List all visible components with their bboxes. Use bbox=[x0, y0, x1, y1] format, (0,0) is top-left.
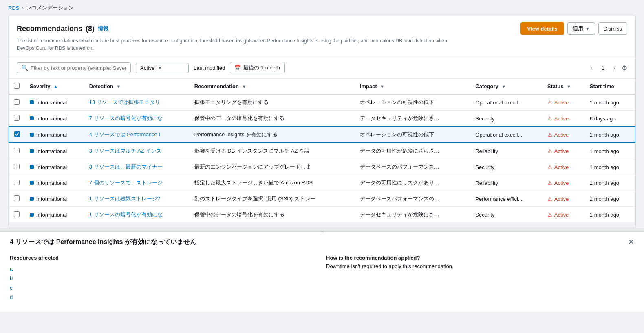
severity-label: Severity bbox=[30, 83, 51, 89]
start-time-text: 6 days ago bbox=[590, 115, 616, 122]
dismiss-button[interactable]: Dismiss bbox=[598, 22, 628, 35]
status-cell: ⚠ Active bbox=[543, 143, 585, 159]
severity-color-badge bbox=[30, 116, 34, 120]
status-text: Active bbox=[554, 100, 569, 106]
how-applied-label: How is the recommendation applied? bbox=[326, 255, 634, 261]
status-dropdown[interactable]: Active ▼ bbox=[136, 63, 189, 73]
detection-link[interactable]: 7 リソースの暗号化が有効にな bbox=[89, 115, 171, 122]
row-checkbox-cell bbox=[9, 175, 25, 191]
row-checkbox-6[interactable] bbox=[14, 195, 20, 201]
category-cell: Reliability bbox=[470, 175, 542, 191]
resource-link[interactable]: c bbox=[10, 285, 13, 291]
table-row: Informational 8 リソースは、最新のマイナー 最新のエンジンバージ… bbox=[9, 159, 635, 175]
scrollbar-inner bbox=[9, 223, 579, 228]
detection-header: Detection ▼ bbox=[84, 79, 190, 94]
impact-text: データセキュリティが危険にさらされ bbox=[360, 115, 441, 122]
status-cell: ⚠ Active bbox=[543, 94, 585, 111]
row-checkbox-1[interactable] bbox=[14, 115, 20, 121]
detection-link[interactable]: 7 個のリソースで、ストレージ bbox=[89, 179, 171, 186]
bottom-panel-title-text: 4 リソースでは Performance Insights が有効になっていませ… bbox=[10, 238, 196, 246]
panel-info-link[interactable]: 情報 bbox=[98, 25, 108, 32]
detection-link[interactable]: 4 リソースでは Performance I bbox=[89, 131, 171, 138]
detection-link[interactable]: 1 リソースの暗号化が有効にな bbox=[89, 211, 171, 218]
status-badge: ⚠ Active bbox=[547, 212, 580, 218]
category-cell: Security bbox=[470, 207, 542, 223]
row-checkbox-cell bbox=[9, 111, 25, 127]
breadcrumb-rds-link[interactable]: RDS bbox=[8, 5, 19, 11]
impact-text: データベースのパフォーマンスが低下 bbox=[360, 163, 441, 171]
status-badge: ⚠ Active bbox=[547, 180, 580, 186]
last-modified-label: Last modified bbox=[194, 65, 225, 71]
recommendation-text: 拡張モニタリングを有効にする bbox=[194, 99, 269, 105]
table-settings-button[interactable]: ⚙ bbox=[622, 64, 627, 72]
detection-link[interactable]: 3 リソースはマルチ AZ インス bbox=[89, 147, 171, 155]
start-time-cell: 1 month ago bbox=[585, 143, 635, 159]
select-all-checkbox[interactable] bbox=[14, 83, 20, 89]
severity-cell: Informational bbox=[25, 175, 84, 191]
start-time-text: 1 month ago bbox=[590, 148, 619, 154]
row-checkbox-2[interactable] bbox=[14, 131, 20, 137]
status-label: Status bbox=[547, 83, 564, 89]
page-number: 1 bbox=[599, 65, 607, 71]
impact-cell: データベースのパフォーマンスが低下 bbox=[355, 159, 471, 175]
table-row: Informational 13 リソースでは拡張モニタリ 拡張モニタリングを有… bbox=[9, 94, 635, 111]
close-bottom-panel-button[interactable]: ✕ bbox=[628, 238, 634, 246]
recommendation-cell: Performance Insights を有効にする bbox=[190, 127, 355, 143]
resource-link[interactable]: b bbox=[10, 275, 13, 281]
status-text: Active bbox=[554, 132, 569, 138]
impact-label: Impact bbox=[360, 83, 377, 89]
prev-page-button[interactable]: ‹ bbox=[586, 62, 598, 73]
warning-icon: ⚠ bbox=[547, 212, 552, 218]
resize-icon: ⎯ bbox=[321, 226, 324, 232]
row-checkbox-cell bbox=[9, 191, 25, 207]
severity-text: Informational bbox=[36, 164, 67, 170]
row-checkbox-0[interactable] bbox=[14, 99, 20, 105]
start-time-text: 1 month ago bbox=[590, 132, 619, 138]
search-input[interactable] bbox=[31, 65, 126, 71]
recommendation-text: 保管中のデータの暗号化を有効にする bbox=[194, 211, 285, 218]
severity-header: Severity ▲ bbox=[25, 79, 84, 94]
row-checkbox-5[interactable] bbox=[14, 180, 20, 185]
start-time-label: Start time bbox=[590, 83, 614, 89]
next-page-button[interactable]: › bbox=[609, 62, 620, 73]
panel-actions: View details 適用 ▼ Dismiss bbox=[520, 22, 627, 35]
recommendations-table: Severity ▲ Detection ▼ Recommendation ▼ … bbox=[9, 79, 635, 223]
detection-link[interactable]: 13 リソースでは拡張モニタリ bbox=[89, 99, 171, 106]
warning-icon: ⚠ bbox=[547, 180, 552, 186]
start-time-cell: 1 month ago bbox=[585, 207, 635, 223]
detection-cell: 3 リソースはマルチ AZ インス bbox=[84, 143, 190, 159]
category-text: Reliability bbox=[475, 180, 498, 186]
row-checkbox-7[interactable] bbox=[14, 211, 20, 217]
recommendation-text: 影響を受ける DB インスタンスにマルチ AZ を設 bbox=[194, 148, 310, 154]
view-details-button[interactable]: View details bbox=[520, 22, 564, 35]
row-checkbox-3[interactable] bbox=[14, 148, 20, 153]
category-header: Category ▼ bbox=[470, 79, 542, 94]
table-row: Informational 1 リソースの暗号化が有効にな 保管中のデータの暗号… bbox=[9, 207, 635, 223]
severity-color-badge bbox=[30, 197, 34, 201]
detection-link[interactable]: 8 リソースは、最新のマイナー bbox=[89, 163, 171, 171]
detection-cell: 7 個のリソースで、ストレージ bbox=[84, 175, 190, 191]
start-time-cell: 1 month ago bbox=[585, 159, 635, 175]
start-time-text: 1 month ago bbox=[590, 196, 619, 202]
status-sort-icon: ▼ bbox=[567, 84, 571, 89]
breadcrumb-current: レコメンデーション bbox=[26, 4, 74, 11]
recommendation-text: Performance Insights を有効にする bbox=[194, 131, 278, 138]
recommendation-cell: 別のストレージタイプを選択: 汎用 (SSD) ストレー bbox=[190, 191, 355, 207]
date-range-dropdown[interactable]: 📅 最後の 1 month bbox=[230, 62, 285, 73]
impact-cell: データベースパフォーマンスの低下 bbox=[355, 191, 471, 207]
resource-link[interactable]: a bbox=[10, 266, 13, 272]
severity-sort-icon: ▲ bbox=[53, 84, 58, 89]
detection-link[interactable]: 1 リソースは磁気ストレージ? bbox=[89, 195, 171, 202]
severity-cell: Informational bbox=[25, 111, 84, 127]
row-checkbox-4[interactable] bbox=[14, 164, 20, 169]
affected-list: abcd bbox=[10, 264, 318, 302]
resource-link[interactable]: d bbox=[10, 294, 13, 300]
start-time-text: 1 month ago bbox=[590, 164, 619, 170]
recommendation-label: Recommendation bbox=[194, 83, 239, 89]
category-text: Reliability bbox=[475, 148, 498, 154]
recommendation-cell: 拡張モニタリングを有効にする bbox=[190, 94, 355, 111]
recommendation-cell: 保管中のデータの暗号化を有効にする bbox=[190, 207, 355, 223]
apply-button[interactable]: 適用 ▼ bbox=[567, 22, 595, 35]
resources-affected-section: Resources affected abcd bbox=[10, 255, 318, 304]
impact-text: オペレーションの可視性の低下 bbox=[360, 131, 441, 138]
